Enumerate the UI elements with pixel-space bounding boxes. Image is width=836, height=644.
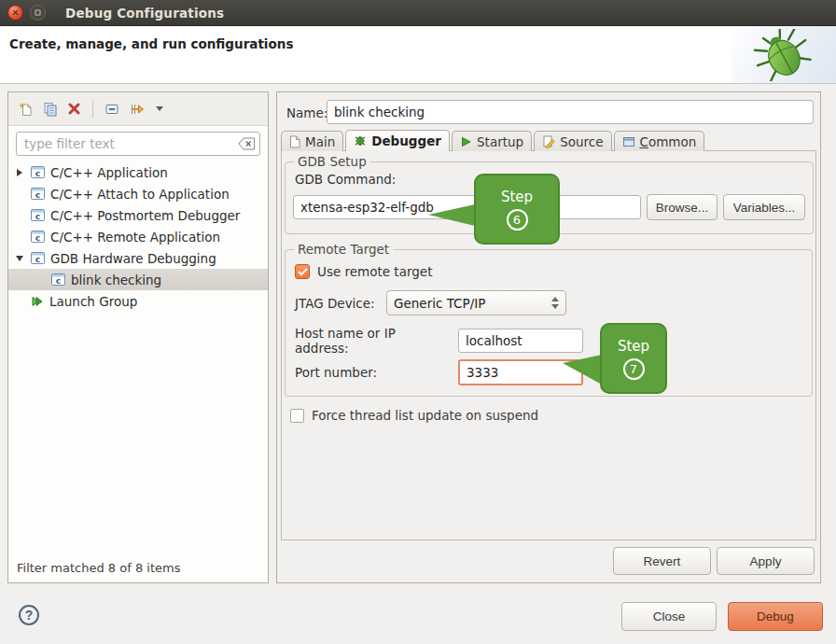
remote-target-group: Remote Target Use remote target JTAG Dev… (285, 242, 813, 397)
tree-item-label: C/C++ Attach to Application (50, 187, 230, 202)
debugger-tab-icon (354, 134, 367, 147)
name-input[interactable] (327, 100, 814, 124)
collapse-all-icon[interactable] (104, 102, 119, 117)
filter-input[interactable] (16, 132, 260, 156)
host-label: Host name or IP address: (295, 326, 453, 356)
gdb-setup-legend: GDB Setup (294, 154, 370, 169)
tab-label: Main (305, 134, 335, 149)
c-app-icon: c (31, 252, 45, 264)
c-app-icon: c (31, 231, 45, 243)
tab-main[interactable]: Main (281, 131, 343, 151)
window-title: Debug Configurations (65, 6, 224, 21)
tree-item-blink-checking[interactable]: c blink checking (8, 269, 268, 290)
svg-text:c: c (35, 190, 40, 200)
svg-text:c: c (35, 212, 40, 221)
tree-item-gdb-hardware-debugging[interactable]: c GDB Hardware Debugging (8, 247, 268, 269)
tab-label: Source (560, 134, 603, 149)
jtag-device-label: JTAG Device: (295, 296, 381, 311)
tree-item-label: C/C++ Remote Application (50, 230, 220, 245)
combo-spinner-icon (551, 297, 559, 309)
maximize-glyph (35, 9, 41, 16)
tab-source[interactable]: Source (534, 131, 611, 151)
use-remote-checkbox[interactable] (295, 264, 310, 279)
host-input[interactable] (458, 329, 583, 353)
tree-item-cpp-remote[interactable]: c C/C++ Remote Application (8, 226, 268, 247)
variables-button[interactable]: Variables... (723, 194, 805, 220)
use-remote-label: Use remote target (317, 264, 432, 279)
configuration-detail-panel: Name: Main Debugger (276, 91, 821, 583)
tree-item-launch-group[interactable]: Launch Group (8, 290, 268, 312)
tree-item-label: GDB Hardware Debugging (50, 251, 216, 266)
revert-button[interactable]: Revert (613, 547, 711, 575)
banner-subtitle: Create, manage, and run configurations (9, 36, 293, 51)
tab-label: Debugger (371, 133, 441, 148)
apply-button[interactable]: Apply (717, 547, 815, 575)
svg-text:c: c (35, 255, 40, 264)
duplicate-config-icon[interactable] (43, 102, 58, 117)
force-thread-checkbox[interactable] (290, 409, 304, 423)
tab-common[interactable]: Common (614, 131, 705, 151)
source-tab-icon (542, 135, 555, 148)
remote-target-legend: Remote Target (294, 242, 393, 257)
new-config-icon[interactable] (19, 102, 34, 117)
launch-group-icon (31, 295, 44, 308)
configurations-panel: c C/C++ Application c C/C++ Attach to Ap… (7, 91, 269, 583)
revert-apply-row: Revert Apply (613, 547, 815, 575)
close-glyph: ✕ (11, 8, 19, 18)
tab-label: Startup (477, 134, 523, 149)
bug-logo-area (732, 26, 836, 83)
titlebar: ✕ Debug Configurations (0, 0, 836, 26)
jtag-device-select[interactable]: Generic TCP/IP (386, 290, 566, 315)
name-label: Name: (286, 105, 327, 120)
bug-icon (749, 29, 818, 81)
header-banner: Create, manage, and run configurations (0, 26, 836, 84)
common-tab-icon (622, 135, 635, 148)
step7-callout: Step 7 (600, 323, 667, 394)
tree-item-cpp-attach[interactable]: c C/C++ Attach to Application (8, 183, 268, 204)
expander-expanded-icon[interactable] (14, 256, 25, 261)
c-app-icon: c (51, 273, 65, 286)
window-close-icon[interactable]: ✕ (7, 5, 23, 21)
config-toolbar (8, 92, 268, 126)
debug-configurations-dialog: ✕ Debug Configurations Create, manage, a… (0, 0, 836, 644)
filter-field-wrap (16, 132, 260, 156)
debug-button[interactable]: Debug (728, 602, 823, 631)
c-app-icon: c (31, 209, 45, 221)
expander-collapsed-icon[interactable] (14, 169, 25, 176)
help-button[interactable]: ? (19, 605, 39, 625)
tree-item-cpp-application[interactable]: c C/C++ Application (8, 161, 268, 183)
jtag-device-value: Generic TCP/IP (394, 296, 546, 311)
delete-config-icon[interactable] (67, 102, 81, 116)
tab-startup[interactable]: Startup (452, 131, 532, 151)
tree-item-label: C/C++ Postmortem Debugger (50, 208, 240, 223)
config-tabbar: Main Debugger Startup (281, 130, 706, 151)
config-tree: c C/C++ Application c C/C++ Attach to Ap… (8, 161, 268, 551)
tree-item-label: C/C++ Application (50, 165, 168, 180)
step6-title: Step (501, 189, 533, 205)
step6-number: 6 (507, 209, 528, 231)
force-thread-row: Force thread list update on suspend (290, 408, 538, 423)
window-maximize-icon[interactable] (30, 5, 46, 21)
c-app-icon: c (31, 188, 45, 200)
tab-debugger[interactable]: Debugger (345, 130, 450, 151)
filter-status-text: Filter matched 8 of 8 items (17, 561, 180, 575)
force-thread-label: Force thread list update on suspend (312, 408, 538, 423)
step7-title: Step (618, 338, 649, 355)
c-app-icon: c (31, 166, 45, 178)
svg-text:c: c (35, 233, 40, 243)
menu-caret-icon[interactable] (156, 106, 163, 111)
port-label: Port number: (295, 365, 453, 380)
tree-item-label: Launch Group (49, 294, 137, 309)
svg-text:c: c (35, 169, 40, 178)
close-button[interactable]: Close (621, 602, 717, 631)
step7-number: 7 (623, 358, 645, 380)
startup-tab-icon (460, 135, 472, 148)
tree-item-label: blink checking (71, 273, 161, 287)
step6-callout: Step 6 (474, 174, 560, 245)
clear-filter-icon[interactable] (238, 137, 256, 150)
filter-configs-icon[interactable] (129, 102, 145, 117)
checkmark-icon (298, 268, 308, 276)
browse-button[interactable]: Browse... (647, 194, 718, 220)
tab-label: Common (640, 134, 697, 149)
tree-item-cpp-postmortem[interactable]: c C/C++ Postmortem Debugger (8, 204, 268, 226)
